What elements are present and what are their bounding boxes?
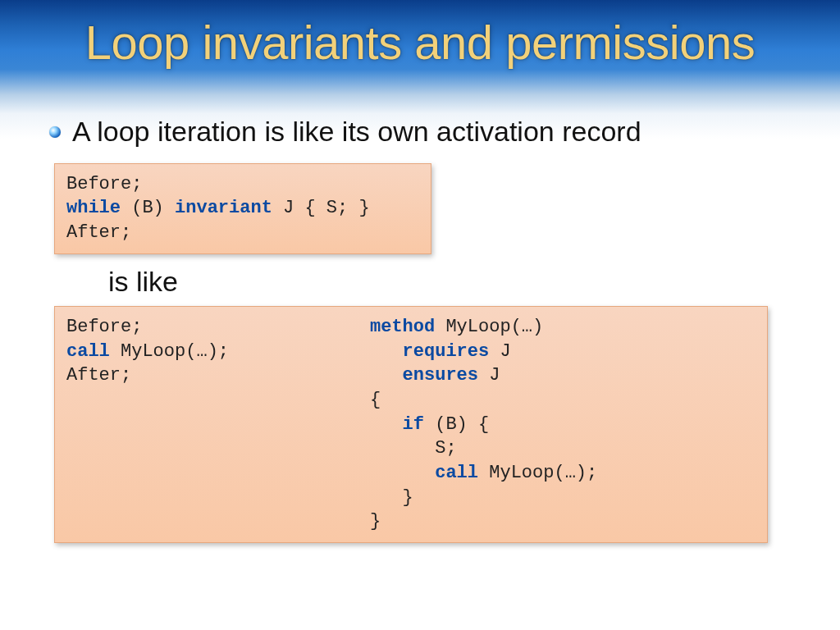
code-box-loop: Before; while (B) invariant J { S; } Aft…	[54, 163, 431, 254]
kw-call: call	[66, 341, 110, 362]
code-text: MyLoop(…);	[110, 341, 229, 362]
code-col-left: Before; call MyLoop(…); After;	[66, 315, 370, 534]
bullet-text: A loop iteration is like its own activat…	[72, 115, 641, 148]
is-like-label: is like	[108, 266, 807, 298]
code-text: J	[489, 341, 510, 362]
code-text: MyLoop(…)	[435, 317, 543, 337]
kw-call: call	[435, 463, 478, 483]
code-text	[370, 341, 403, 362]
bullet-row: A loop iteration is like its own activat…	[49, 115, 807, 148]
code-line: After;	[66, 222, 131, 243]
code-line: After;	[66, 365, 131, 386]
kw-while: while	[66, 198, 121, 218]
code-text: (B) {	[424, 414, 489, 435]
slide: Loop invariants and permissions A loop i…	[0, 0, 840, 630]
kw-invariant: invariant	[175, 198, 272, 218]
code-text: J { S; }	[272, 198, 370, 218]
code-text	[370, 414, 403, 435]
slide-body: A loop iteration is like its own activat…	[49, 115, 807, 543]
kw-ensures: ensures	[403, 365, 478, 386]
kw-method: method	[370, 317, 435, 337]
code-text	[370, 463, 435, 483]
code-line: Before;	[66, 174, 142, 194]
code-text: (B)	[121, 198, 175, 218]
code-line: }	[370, 511, 381, 532]
kw-requires: requires	[403, 341, 490, 362]
slide-title: Loop invariants and permissions	[0, 15, 840, 70]
code-line: {	[370, 390, 381, 410]
code-line: S;	[370, 438, 457, 459]
code-box-expanded: Before; call MyLoop(…); After; method My…	[54, 306, 768, 543]
code-line: }	[370, 487, 413, 508]
bullet-icon	[49, 126, 61, 138]
code-text: J	[478, 365, 500, 386]
code-text: MyLoop(…);	[478, 463, 597, 483]
code-text	[370, 365, 403, 386]
kw-if: if	[403, 414, 424, 435]
code-line: Before;	[66, 317, 142, 337]
code-col-right: method MyLoop(…) requires J ensures J { …	[370, 315, 597, 534]
